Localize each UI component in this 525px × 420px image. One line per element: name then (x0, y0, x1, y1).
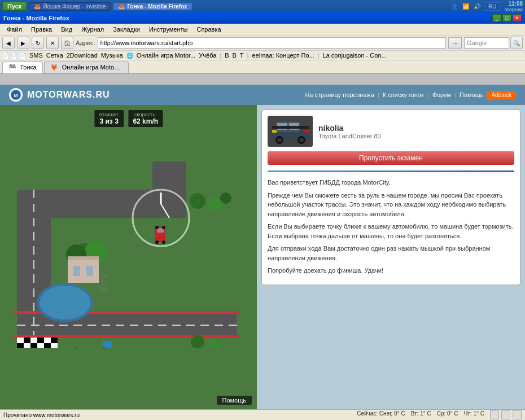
maximize-button[interactable]: □ (502, 14, 511, 22)
menu-file[interactable]: Файл (2, 25, 27, 34)
status-icon-3 (513, 410, 522, 419)
tray-icon-2: 📶 (462, 3, 469, 10)
svg-rect-36 (68, 257, 99, 283)
hud-speed: скорость: 62 km/h (128, 110, 163, 128)
minimize-button[interactable]: _ (492, 14, 501, 22)
bookmark-v1[interactable]: В (225, 52, 229, 59)
nav-sep-1: | (378, 91, 379, 98)
bookmark-eelmaa[interactable]: eelmaa: Концерт По... (252, 52, 314, 59)
menu-view[interactable]: Вид (56, 25, 77, 34)
menu-help[interactable]: Справка (192, 25, 225, 34)
content-area: CITY позиция: 3 из 3 скорость: 62 km/h П… (0, 105, 525, 410)
bookmark-sep-1: | (220, 52, 221, 59)
svg-point-56 (190, 193, 205, 209)
menu-tools[interactable]: Инструменты (145, 25, 193, 34)
svg-rect-14 (30, 343, 37, 348)
tray-area: 👤 📶 🔊 RU 11:08 вторник (451, 1, 523, 12)
stop-button[interactable]: ✕ (46, 37, 59, 49)
svg-text:CITY: CITY (100, 273, 109, 291)
svg-rect-12 (17, 343, 24, 348)
home-button[interactable]: 🏠 (61, 37, 73, 49)
window-controls: _ □ ✕ (492, 14, 522, 22)
bookmark-sep-3: | (318, 52, 320, 59)
adblock-button[interactable]: Adblock (487, 91, 516, 99)
menu-bookmarks[interactable]: Закладки (108, 25, 145, 34)
status-weather: Сейчас: Снег, 0° С (357, 410, 405, 419)
bookmark-2download[interactable]: 2Download (67, 52, 98, 59)
search-input[interactable] (464, 37, 509, 49)
address-input[interactable] (98, 37, 446, 49)
svg-point-68 (277, 138, 282, 142)
svg-rect-17 (51, 343, 58, 348)
forward-button[interactable]: ▶ (17, 37, 29, 49)
nav-help[interactable]: Помощь (460, 91, 484, 98)
game-hud: позиция: 3 из 3 скорость: 62 km/h (94, 110, 163, 128)
skip-exam-button[interactable]: Пропустить экзамен (268, 151, 514, 165)
game-page: M MOTORWARS.RU На страницу персонажа | К… (0, 85, 525, 410)
car-info: nikolia Toyota LandCruiser 80 (268, 116, 514, 147)
svg-rect-30 (103, 341, 112, 348)
nav-profile[interactable]: На страницу персонажа (305, 91, 374, 98)
bookmarks-bar: 📄 📄 📄 SMS Сетка 2Download Музыка 🌐 Онлай… (0, 51, 525, 60)
language-indicator[interactable]: RU (485, 2, 500, 11)
car-model: Toyota LandCruiser 80 (318, 133, 381, 139)
search-button[interactable]: 🔍 (510, 37, 523, 49)
browser-toolbar: ◀ ▶ ↻ ✕ 🏠 Адрес: → 🔍 (0, 36, 525, 51)
site-header: M MOTORWARS.RU На страницу персонажа | К… (0, 85, 525, 105)
go-button[interactable]: → (448, 37, 462, 49)
divider (268, 170, 514, 172)
bookmark-setka[interactable]: Сетка (46, 52, 63, 59)
taskbar-tab-2[interactable]: 🦊Гонка - Mozilla Firefox (113, 2, 192, 11)
instruction-p1: Прежде чем Вы сможете сесть за руль в на… (268, 191, 514, 219)
os-taskbar: Пуск 🦊Йошка Фишер - Invisible 🦊Гонка - M… (0, 0, 525, 12)
logo-text: MOTORWARS.RU (27, 90, 110, 100)
svg-rect-71 (272, 130, 277, 133)
help-button[interactable]: Помощь (216, 395, 253, 405)
tab-gonka-icon: 🏁 (8, 64, 16, 71)
status-temp-3: Чт: 1° С (464, 410, 484, 419)
site-logo: M MOTORWARS.RU (9, 88, 110, 102)
tab-motorwars-icon: 🦊 (50, 64, 58, 71)
address-label: Адрес: (76, 40, 95, 46)
back-button[interactable]: ◀ (2, 37, 15, 49)
track-svg: CITY (0, 105, 257, 348)
tab-gonka[interactable]: 🏁 Гонка (2, 62, 43, 73)
status-temp-2: Ср: 0° С (437, 410, 458, 419)
nav-races[interactable]: К списку гонок (383, 91, 424, 98)
instruction-p4: Попробуйте доехать до финиша. Удачи! (268, 266, 514, 275)
start-button[interactable]: Пуск (2, 2, 27, 11)
browser-title: Гонка - Mozilla Firefox (3, 15, 69, 21)
close-button[interactable]: ✕ (513, 14, 522, 22)
svg-point-58 (220, 193, 231, 204)
menu-edit[interactable]: Правка (27, 25, 56, 34)
svg-point-26 (162, 240, 165, 244)
bookmark-music[interactable]: Музыка (101, 52, 123, 59)
bookmark-motorwars[interactable]: Онлайн игра Motor... (137, 52, 196, 59)
bookmark-conjugaison[interactable]: La conjugaison - Con... (323, 52, 387, 59)
game-canvas[interactable]: CITY позиция: 3 из 3 скорость: 62 km/h П… (0, 105, 257, 410)
site-nav: На страницу персонажа | К списку гонок |… (305, 91, 516, 99)
svg-point-27 (155, 226, 159, 229)
bookmark-v2[interactable]: В (233, 52, 237, 59)
nav-forum[interactable]: Форум (432, 91, 451, 98)
tray-icon-3: 🔊 (474, 3, 480, 10)
right-panel: nikolia Toyota LandCruiser 80 Пропустить… (257, 105, 525, 410)
nav-sep-2: | (427, 91, 429, 98)
bookmark-study[interactable]: Учёба (199, 52, 216, 59)
svg-point-25 (155, 240, 159, 244)
bookmark-motorwars-icon: 🌐 (126, 53, 133, 59)
car-image (268, 116, 313, 147)
reload-button[interactable]: ↻ (32, 37, 44, 49)
taskbar-tab-1[interactable]: 🦊Йошка Фишер - Invisible (29, 2, 111, 11)
bookmark-t[interactable]: Т (240, 52, 244, 59)
status-icons (490, 410, 522, 419)
svg-point-28 (162, 226, 165, 229)
menu-history[interactable]: Журнал (77, 25, 108, 34)
svg-point-70 (299, 138, 304, 142)
svg-rect-38 (73, 266, 80, 276)
svg-rect-13 (24, 343, 30, 348)
tab-motorwars[interactable]: 🦊 Онлайн игра MotorWars: ... (44, 62, 129, 73)
svg-rect-15 (37, 343, 44, 348)
bookmark-sms[interactable]: SMS (29, 52, 43, 59)
bookmark-sep-2: | (247, 52, 249, 59)
